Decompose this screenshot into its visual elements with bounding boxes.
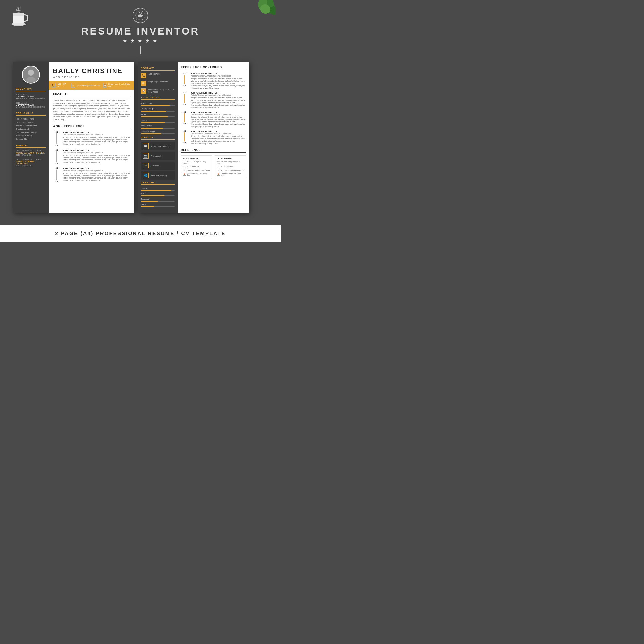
ref-email-icon: ✉ xyxy=(183,169,186,172)
ref-address-icon: 🏠 xyxy=(183,173,186,176)
language-item: English xyxy=(141,187,175,191)
p2-phone-icon: 📞 xyxy=(141,73,146,78)
brand-divider xyxy=(140,46,141,54)
language-item: Japanese xyxy=(141,198,175,202)
languages-list: English French Japanese China xyxy=(141,187,175,207)
name-header: BAILLY CHRISTINE WEB DESIGNER xyxy=(49,62,134,81)
exp-item: 2012 2016 JOB POSSITION TITLE TEXT Websi… xyxy=(181,130,246,144)
ref-email-row: ✉ yourcompany@domain.com xyxy=(217,169,243,172)
skill-bar-track xyxy=(141,128,175,129)
lang-bar-fill xyxy=(141,206,154,207)
hobby-label: Internet Browsing xyxy=(151,174,167,177)
skill-bar-fill xyxy=(141,133,161,134)
page1-body: PROFILE Lorem ipsum is simply dummy text… xyxy=(49,90,134,213)
bottom-banner: 2 PAGE (A4) PROFESSIONAL RESUME / CV TEM… xyxy=(0,225,281,242)
reference-cards: PERSON NAME Job Position Title | Company… xyxy=(181,155,246,179)
person-name: BAILLY CHRISTINE xyxy=(53,67,130,75)
svg-point-12 xyxy=(139,12,142,15)
exp-title: JOB POSSITION TITLE TEXT xyxy=(191,111,246,113)
hobby-item: 📷 Photography xyxy=(141,152,175,160)
ref-address-row: 🏠 Street / country, zip Code text xyxy=(217,172,243,176)
tech-skill-item: Adobe Muse xyxy=(141,125,175,129)
exp-company: Website/ Company / Organization Name | L… xyxy=(191,94,246,96)
work-item: 2012 2016 JOB POSSITION TITLE TEXT Websi… xyxy=(53,131,130,146)
work-title: JOB POSSITION TITLE TEXT xyxy=(63,149,130,151)
work-content: JOB POSSITION TITLE TEXT Website/ Compan… xyxy=(63,167,130,182)
ref-phone-row: 📞 +123 4567 896 xyxy=(217,165,243,168)
tech-skill-item: Adobe InDesign xyxy=(141,130,175,134)
pro-skills-title: PRO. SKILLS xyxy=(16,112,46,116)
contact-email-item: ✉ yourcompany@domain.com xyxy=(71,83,101,87)
exp-years: 2012 2016 xyxy=(181,92,188,108)
ref-phone-icon: 📞 xyxy=(217,165,220,168)
svg-rect-14 xyxy=(138,16,142,17)
awards-title: AWARDS xyxy=(16,144,46,148)
svg-rect-13 xyxy=(138,15,143,16)
tech-skills-title: TECH. SKILLS xyxy=(141,96,175,100)
exp-content: JOB POSSITION TITLE TEXT Website/ Compan… xyxy=(191,111,246,128)
ref-email: yourcompany@domain.com xyxy=(187,169,210,171)
ref-title: Job Position Title | Company Name xyxy=(183,160,210,164)
award-label: PROFESSIONAL BEST AWARD xyxy=(16,150,46,152)
edu-university: UNIVERSITY NAME xyxy=(16,95,46,98)
skill-bar-fill xyxy=(141,111,166,112)
skill-name: Powerpoint Pptx xyxy=(141,108,175,110)
skill-name: Adobe Muse xyxy=(141,125,175,127)
svg-text:Modern Resume Design: Modern Resume Design xyxy=(136,19,145,20)
exp-years: 2012 2016 xyxy=(181,130,188,144)
language-title: LANGUAGE xyxy=(141,181,175,185)
exp-desc: Bloggers then share their blog posts wit… xyxy=(191,135,246,144)
lang-bar-fill xyxy=(141,190,171,191)
resume-page-2: CONTACT 📞 +123 4567 896 ✉ company@domain… xyxy=(138,62,249,213)
hobby-item: ✈ Traveling xyxy=(141,162,175,170)
ref-email-icon: ✉ xyxy=(217,169,220,172)
award-category: AWARD CATEGORY - PROMOTION xyxy=(16,160,46,165)
hobby-item: 📰 Newspaper Reading xyxy=(141,142,175,150)
hobby-label: Photography xyxy=(151,155,162,157)
exp-continued-title: EXPERIENCE CONTINUED xyxy=(181,66,246,70)
profile-text: Lorem ipsum is simply dummy text of the … xyxy=(53,99,130,121)
skill-name: Photoshop xyxy=(141,119,175,121)
p2-email-item: ✉ company@domain.com xyxy=(141,81,175,86)
person-title: WEB DESIGNER xyxy=(53,76,130,78)
p2-email-icon: ✉ xyxy=(141,81,146,86)
exp-title: JOB POSSITION TITLE TEXT xyxy=(191,92,246,94)
tech-skill-item: Photoshop xyxy=(141,119,175,123)
hobby-icon: 🌐 xyxy=(143,173,149,178)
hobby-label: Traveling xyxy=(151,165,159,167)
svg-rect-15 xyxy=(139,18,142,18)
footer-text: 2 PAGE (A4) PROFESSIONAL RESUME / CV TEM… xyxy=(5,231,276,236)
language-item: China xyxy=(141,203,175,207)
hobby-label: Newspaper Reading xyxy=(151,145,170,147)
skill-name: Word (Docx) xyxy=(141,102,175,104)
skill-name: Excel xyxy=(141,113,175,116)
brand-logo: Modern Resume Design xyxy=(133,8,148,23)
pro-skills-list: Project ManagementPresentation WritingTe… xyxy=(16,118,46,140)
page2-main: EXPERIENCE CONTINUED 2012 2016 JOB POSSI… xyxy=(178,62,249,213)
edu-degree: YOUR SUBJECT / DEGREE NAME xyxy=(16,98,46,99)
exp-company: Website/ Company / Organization Name | L… xyxy=(191,132,246,134)
hobbies-title: HOBBIES xyxy=(141,136,175,140)
ref-address-icon: 🏠 xyxy=(217,173,220,176)
edu-degree: YOUR SUBJECT / DEGREE NAME xyxy=(16,106,46,108)
hobby-icon: 📷 xyxy=(143,153,149,159)
p2-phone: +123 4567 896 xyxy=(148,73,160,75)
award-category: AWARD CATEGORY - SERVICE xyxy=(16,152,46,154)
award-year: 2018 1ST WINNER xyxy=(16,165,46,167)
contact-email: yourcompany@domain.com xyxy=(77,84,101,87)
hobby-icon: ✈ xyxy=(143,163,149,168)
work-desc: Bloggers then share their blog posts wit… xyxy=(63,172,130,181)
work-exp-title: WORK EXPERIENCE xyxy=(53,125,130,129)
reference-section: REFERENCE PERSON NAME Job Position Title… xyxy=(181,148,246,179)
p2-email: company@domain.com xyxy=(148,81,168,83)
pro-skill-item: Project Management xyxy=(16,118,46,120)
exp-desc: Bloggers then share their blog posts wit… xyxy=(191,116,246,128)
exp-item: 2012 2016 JOB POSSITION TITLE TEXT Websi… xyxy=(181,73,246,89)
work-company: Website/ Company / Organization Name | L… xyxy=(63,170,130,171)
reference-card: PERSON NAME Job Position Title | Company… xyxy=(215,155,246,179)
p2-phone-item: 📞 +123 4567 896 xyxy=(141,73,175,78)
profile-title: PROFILE xyxy=(53,93,130,97)
lang-name: China xyxy=(141,203,175,206)
page1-main: BAILLY CHRISTINE WEB DESIGNER 📞 +123 456… xyxy=(49,62,134,213)
ref-name: PERSON NAME xyxy=(217,158,243,160)
